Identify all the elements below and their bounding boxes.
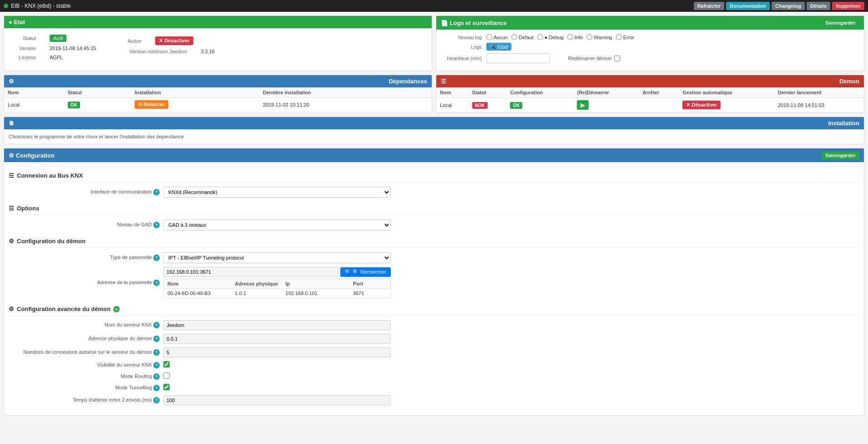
dep-header-row: Nom Statut Installation Dernière install… [4, 87, 432, 98]
version-value: 2019-11-08 14:45:15 [50, 46, 96, 51]
nb-connexions-control [163, 347, 391, 357]
adresse-physique-label: Adresse physique du démon ? [9, 336, 163, 342]
documentation-button[interactable]: Documentation [726, 2, 770, 10]
interface-row: Interface de communication ? KNXd (Recom… [9, 187, 859, 198]
mode-tunnelling-checkbox[interactable] [163, 384, 170, 390]
gateway-input-row: 🔍 🔍 Rechercher [163, 267, 391, 277]
radio-warning[interactable]: Warning [586, 34, 612, 40]
gestion-auto-button[interactable]: ✕ Désactiver [682, 101, 721, 109]
niveau-gad-help-icon[interactable]: ? [153, 222, 160, 228]
radio-aucun[interactable]: Aucun [486, 34, 508, 40]
etat-title: ● Etat [9, 19, 25, 26]
demon-col-arreter: Arrêter [639, 87, 679, 98]
dependances-header: ⚙ Dépendances [4, 75, 432, 87]
demon-col-config: Configuration [506, 87, 573, 98]
log-radio-group: Aucun Defaut ● Debug Info Warning Error [486, 34, 634, 40]
gateway-input[interactable] [163, 267, 338, 277]
adresse-physique-control [163, 334, 391, 344]
search-button[interactable]: 🔍 🔍 Rechercher [340, 267, 391, 277]
demon-config-title: Configuration du démon [17, 238, 86, 245]
changelog-button[interactable]: Changelog [772, 2, 805, 10]
redemarrer-demon-button[interactable]: ▶ [577, 100, 589, 110]
circle-icon: ● [9, 19, 14, 26]
search-results: Nom Adresse physique Ip Port 00-24-6D-00… [163, 279, 391, 298]
search-icon: 🔍 [345, 269, 351, 275]
relancer-button[interactable]: ↻ Relancer [135, 100, 169, 109]
etat-left: Statut Actif Version 2019-11-08 14:45:15… [9, 33, 96, 62]
result-ip: 192.168.0.101 [286, 291, 353, 296]
demon-dernier: 2019-11-08 14:51:03 [774, 98, 864, 112]
visibilite-checkbox[interactable] [163, 361, 170, 367]
heartbeat-input[interactable] [486, 53, 550, 63]
niveau-gad-select[interactable]: GAD à 3 niveaux [163, 219, 391, 230]
radio-info[interactable]: Info [567, 34, 583, 40]
logs-save-button[interactable]: Sauvegarder [822, 19, 859, 27]
interface-help-icon[interactable]: ? [153, 189, 160, 195]
demon-col-redemarrer: (Re)Démarrer [573, 87, 639, 98]
installation-icon: 🗎 [9, 120, 15, 127]
col-adresse: Adresse physique [235, 281, 285, 286]
dep-install: ↻ Relancer [131, 98, 259, 112]
advanced-icon: ⚙ [9, 306, 14, 312]
eibd-tag[interactable]: 🔌 Eibd [486, 43, 511, 51]
demon-icon: ☰ [441, 78, 446, 85]
config-header-left: ⚙ Configuration [9, 152, 55, 159]
interface-select[interactable]: KNXd (Recommandé) [163, 187, 391, 198]
mode-tunnelling-help-icon[interactable]: ? [153, 385, 160, 391]
connexion-icon: ☰ [9, 172, 14, 179]
adresse-physique-input[interactable] [163, 334, 391, 344]
title-area: EIB - KNX (eibd) - stable [4, 3, 71, 9]
license-row: License AGPL [9, 53, 96, 62]
col-ip: Ip [286, 281, 353, 286]
temps-attente-input[interactable] [163, 395, 391, 405]
mode-routing-help-icon[interactable]: ? [153, 373, 160, 380]
search-result-row[interactable]: 00-24-6D-00-49-B3 1.0.1 192.168.0.101 36… [164, 289, 390, 298]
radio-defaut[interactable]: Defaut [511, 34, 533, 40]
version-min-value: 3.3.16 [201, 49, 215, 54]
adresse-passerelle-help-icon[interactable]: ? [153, 280, 160, 286]
nb-connexions-help-icon[interactable]: ? [153, 349, 160, 356]
refresh-button[interactable]: Rafraîchir [694, 2, 724, 10]
nom-serveur-input[interactable] [163, 320, 391, 330]
mode-tunnelling-row: Mode Tunnelling ? [9, 384, 859, 392]
dep-col-derniere: Dernière installation [259, 87, 432, 98]
status-dot [4, 4, 8, 8]
version-label: Version [9, 46, 36, 51]
config-save-button[interactable]: Sauvegarder [822, 151, 859, 159]
desactiver-button[interactable]: ✕ Désactiver [155, 36, 193, 45]
adresse-passerelle-label: Adresse de la passerelle ? [9, 280, 163, 286]
nom-serveur-row: Nom du serveur KNX ? [9, 320, 859, 330]
radio-error[interactable]: Error [616, 34, 634, 40]
details-button[interactable]: Détails [807, 2, 830, 10]
type-passerelle-control: IPT - EIBnet/IP Tunneling protocol [163, 252, 391, 263]
demon-statut: NOK [469, 98, 507, 112]
row-dep-demon: ⚙ Dépendances Nom Statut Installation De… [4, 75, 864, 113]
redemarrer-label: Redémarrer démon [568, 56, 611, 61]
nb-connexions-input[interactable] [163, 347, 391, 357]
visibilite-help-icon[interactable]: ? [153, 362, 160, 368]
type-passerelle-help-icon[interactable]: ? [153, 255, 160, 261]
dependances-table: Nom Statut Installation Dernière install… [4, 87, 432, 112]
page-title: EIB - KNX (eibd) - stable [11, 3, 71, 9]
nb-connexions-row: Nombres de connexions autorisé sur le se… [9, 347, 859, 357]
mode-routing-control [163, 373, 391, 380]
redemarrer-toggle[interactable] [614, 56, 620, 61]
mode-routing-checkbox[interactable] [163, 373, 170, 379]
delete-button[interactable]: Supprimer [832, 2, 864, 10]
type-passerelle-select[interactable]: IPT - EIBnet/IP Tunneling protocol [163, 252, 391, 263]
installation-desc: Choisissez le programme de votre choix e… [9, 134, 859, 139]
logs-icon: 📄 [441, 20, 450, 26]
config-body: ☰ Connexion au Bus KNX Interface de comm… [4, 162, 864, 415]
logs-header: 📄 Logs et surveillance Sauvegarder [436, 16, 864, 30]
adresse-physique-help-icon[interactable]: ? [153, 336, 160, 342]
logs-label: Logs [441, 44, 486, 50]
nom-serveur-help-icon[interactable]: ? [153, 322, 160, 328]
temps-attente-help-icon[interactable]: ? [153, 397, 160, 403]
radio-debug[interactable]: ● Debug [537, 34, 564, 40]
etat-header: ● Etat [4, 16, 432, 28]
demon-row-local: Local NOK OK ▶ ✕ Désactiver 2019-11-08 1… [436, 98, 864, 112]
niveau-gad-control: GAD à 3 niveaux [163, 219, 391, 230]
add-icon[interactable]: + [113, 306, 120, 312]
logs-body: Niveau log Aucun Defaut ● Debug Info War… [436, 30, 864, 71]
result-nom: 00-24-6D-00-49-B3 [167, 291, 235, 296]
